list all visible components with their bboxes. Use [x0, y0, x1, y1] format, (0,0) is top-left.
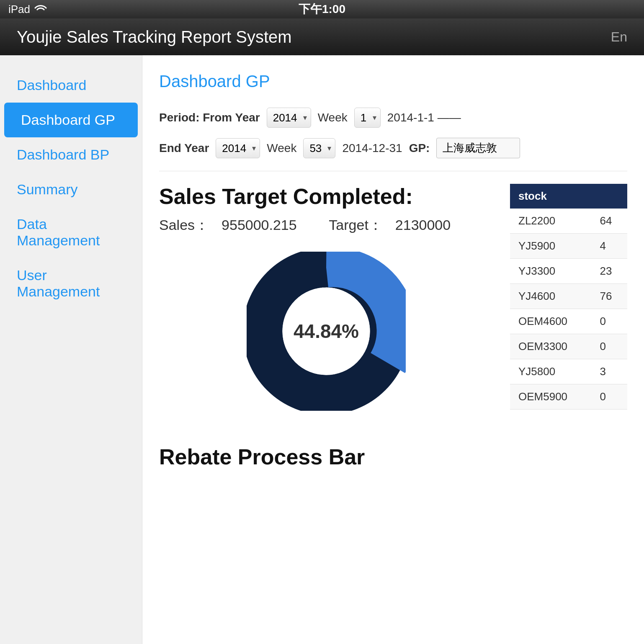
end-year-label: End Year	[159, 142, 209, 155]
from-year-select[interactable]: 2014 2013 2015	[267, 108, 311, 128]
table-row: OEM3300 0	[510, 334, 627, 359]
stock-model: YJ3300	[510, 259, 592, 284]
from-year-label: Period: From Year	[159, 111, 260, 124]
main-layout: Dashboard Dashboard GP Dashboard BP Summ…	[0, 55, 644, 644]
sidebar-item-dashboard[interactable]: Dashboard	[0, 68, 142, 103]
sales-value: 955000.215	[222, 217, 297, 233]
wifi-icon	[34, 3, 47, 16]
period-row-end: End Year 2014 2013 Week 53 2014-12-31 GP…	[159, 138, 627, 158]
sidebar-item-summary[interactable]: Summary	[0, 172, 142, 207]
table-row: YJ4600 76	[510, 284, 627, 309]
end-week-select[interactable]: 53	[303, 138, 335, 158]
status-left: iPad	[8, 3, 47, 16]
table-row: OEM5900 0	[510, 384, 627, 410]
stock-table-section: stock ZL2200 64 YJ5900 4 YJ3300 23 YJ460…	[510, 184, 627, 419]
sidebar-item-dashboard-gp[interactable]: Dashboard GP	[4, 103, 138, 137]
from-week-label: Week	[318, 111, 348, 124]
content-area: Dashboard GP Period: From Year 2014 2013…	[142, 55, 644, 644]
from-date-display: 2014-1-1 ——	[387, 111, 461, 124]
rebate-section: Rebate Process Bar	[159, 444, 627, 469]
sales-numbers: Sales：955000.215 Target：2130000	[159, 216, 493, 235]
stock-model: YJ5800	[510, 359, 592, 384]
stock-value: 0	[592, 309, 627, 334]
app-header-right: En	[611, 29, 627, 45]
target-label: Target：	[329, 217, 383, 233]
stock-model: OEM3300	[510, 334, 592, 359]
stock-value: 64	[592, 209, 627, 234]
donut-chart: 44.84%	[247, 252, 406, 411]
stock-value: 76	[592, 284, 627, 309]
from-week-select[interactable]: 1	[354, 108, 381, 128]
stock-value: 4	[592, 234, 627, 259]
stock-model: OEM4600	[510, 309, 592, 334]
app-header: Youjie Sales Tracking Report System En	[0, 18, 644, 55]
sales-label: Sales：	[159, 217, 209, 233]
stock-model: OEM5900	[510, 384, 592, 410]
table-row: YJ5900 4	[510, 234, 627, 259]
end-year-wrapper[interactable]: 2014 2013	[216, 138, 260, 158]
table-row: OEM4600 0	[510, 309, 627, 334]
sidebar-item-user-management[interactable]: User Management	[0, 258, 142, 309]
gp-label: GP:	[409, 142, 430, 155]
table-row: YJ5800 3	[510, 359, 627, 384]
dashboard-main: Sales Target Completed: Sales：955000.215…	[159, 184, 627, 419]
table-row: ZL2200 64	[510, 209, 627, 234]
device-label: iPad	[8, 3, 30, 16]
status-time: 下午1:00	[299, 1, 345, 17]
stock-value: 0	[592, 384, 627, 410]
gp-input[interactable]	[436, 138, 520, 158]
divider	[159, 171, 627, 171]
from-week-wrapper[interactable]: 1	[354, 108, 381, 128]
stock-model: YJ5900	[510, 234, 592, 259]
period-row-from: Period: From Year 2014 2013 2015 Week 1 …	[159, 108, 627, 128]
sidebar: Dashboard Dashboard GP Dashboard BP Summ…	[0, 55, 142, 644]
target-value: 2130000	[395, 217, 451, 233]
end-year-select[interactable]: 2014 2013	[216, 138, 260, 158]
rebate-title: Rebate Process Bar	[159, 444, 627, 469]
stock-value: 3	[592, 359, 627, 384]
stock-table-header: stock	[510, 184, 627, 209]
sidebar-item-dashboard-bp[interactable]: Dashboard BP	[0, 137, 142, 172]
from-year-wrapper[interactable]: 2014 2013 2015	[267, 108, 311, 128]
content-title: Dashboard GP	[159, 72, 627, 91]
status-bar: iPad 下午1:00	[0, 0, 644, 18]
stock-model: YJ4600	[510, 284, 592, 309]
end-week-wrapper[interactable]: 53	[303, 138, 335, 158]
sales-target-title: Sales Target Completed:	[159, 184, 493, 209]
stock-model: ZL2200	[510, 209, 592, 234]
stock-value: 23	[592, 259, 627, 284]
app-title: Youjie Sales Tracking Report System	[17, 28, 292, 46]
sidebar-item-data-management[interactable]: Data Management	[0, 207, 142, 258]
end-week-label: Week	[267, 142, 296, 155]
end-date-display: 2014-12-31	[342, 142, 402, 155]
table-row: YJ3300 23	[510, 259, 627, 284]
chart-section: Sales Target Completed: Sales：955000.215…	[159, 184, 493, 419]
stock-value: 0	[592, 334, 627, 359]
stock-table: stock ZL2200 64 YJ5900 4 YJ3300 23 YJ460…	[510, 184, 627, 410]
donut-percentage: 44.84%	[294, 320, 359, 343]
